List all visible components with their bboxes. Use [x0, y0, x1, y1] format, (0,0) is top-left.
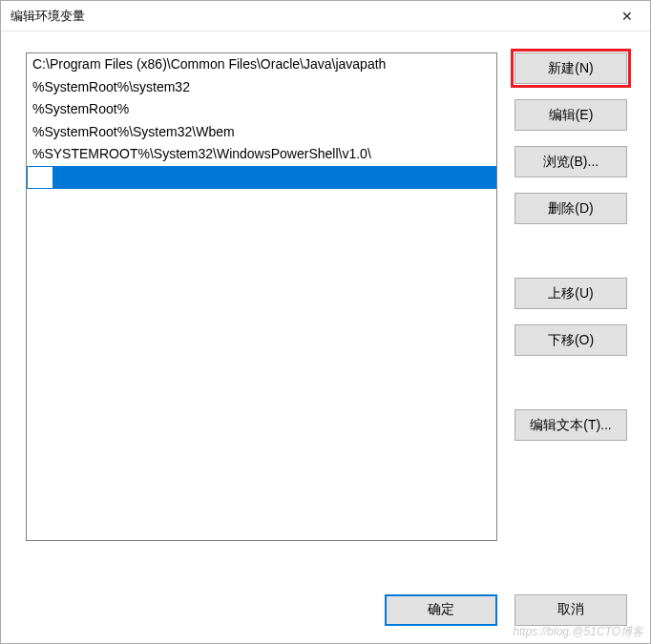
dialog-content: C:\Program Files (x86)\Common Files\Orac… [1, 31, 650, 576]
edit-button[interactable]: 编辑(E) [514, 99, 627, 131]
path-listbox[interactable]: C:\Program Files (x86)\Common Files\Orac… [26, 52, 497, 541]
side-button-column: 新建(N) 编辑(E) 浏览(B)... 删除(D) 上移(U) 下移(O) 编… [514, 52, 627, 576]
titlebar: 编辑环境变量 ✕ [1, 1, 650, 31]
cancel-button[interactable]: 取消 [514, 594, 627, 626]
edit-text-button[interactable]: 编辑文本(T)... [514, 409, 627, 441]
browse-button[interactable]: 浏览(B)... [514, 146, 627, 177]
spacer [514, 371, 627, 409]
move-up-button[interactable]: 上移(U) [514, 278, 627, 309]
edit-environment-variable-dialog: 编辑环境变量 ✕ C:\Program Files (x86)\Common F… [0, 0, 651, 644]
move-down-button[interactable]: 下移(O) [514, 324, 627, 356]
dialog-title: 编辑环境变量 [10, 8, 608, 25]
path-edit-input[interactable] [27, 166, 53, 189]
spacer [514, 239, 627, 278]
list-item-editing[interactable] [27, 166, 496, 189]
list-item[interactable]: %SystemRoot%\system32 [27, 76, 496, 99]
selection-highlight [53, 166, 496, 189]
list-item[interactable]: %SystemRoot% [27, 98, 496, 121]
new-button[interactable]: 新建(N) [514, 52, 627, 84]
list-item[interactable]: %SYSTEMROOT%\System32\WindowsPowerShell\… [27, 143, 496, 166]
list-item[interactable]: %SystemRoot%\System32\Wbem [27, 121, 496, 144]
ok-button[interactable]: 确定 [385, 594, 497, 626]
close-icon[interactable]: ✕ [608, 3, 646, 30]
dialog-footer: 确定 取消 [1, 576, 650, 643]
list-item[interactable]: C:\Program Files (x86)\Common Files\Orac… [27, 53, 496, 76]
delete-button[interactable]: 删除(D) [514, 193, 627, 224]
